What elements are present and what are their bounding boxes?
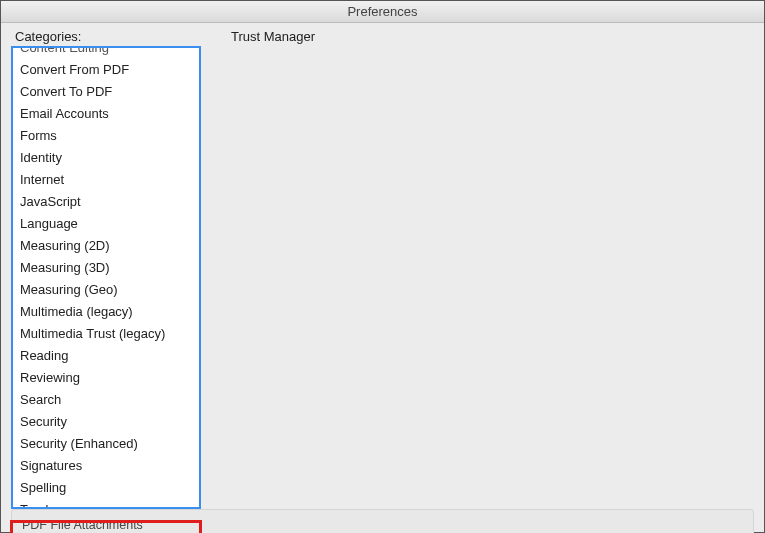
category-item[interactable]: Measuring (Geo) [12, 279, 200, 301]
category-item[interactable]: Security (Enhanced) [12, 433, 200, 455]
categories-label: Categories: [11, 29, 201, 44]
trust-manager-panel: PDF File Attachments Allow opening of no… [11, 509, 754, 533]
category-item[interactable]: Spelling [12, 477, 200, 499]
category-item[interactable]: Search [12, 389, 200, 411]
preferences-window: Preferences Categories: Trust Manager Co… [0, 0, 765, 533]
pdf-attachments-group: PDF File Attachments Allow opening of no… [11, 509, 754, 533]
category-item[interactable]: Tracker [12, 499, 200, 509]
category-item[interactable]: Forms [12, 125, 200, 147]
category-item[interactable]: Multimedia Trust (legacy) [12, 323, 200, 345]
category-item[interactable]: Convert From PDF [12, 59, 200, 81]
category-item[interactable]: Measuring (2D) [12, 235, 200, 257]
category-item[interactable]: Convert To PDF [12, 81, 200, 103]
category-item[interactable]: Language [12, 213, 200, 235]
category-item[interactable]: Reviewing [12, 367, 200, 389]
category-item[interactable]: Security [12, 411, 200, 433]
category-item[interactable]: Signatures [12, 455, 200, 477]
category-item[interactable]: Content Editing [12, 46, 200, 59]
category-item[interactable]: Measuring (3D) [12, 257, 200, 279]
category-item[interactable]: Email Accounts [12, 103, 200, 125]
category-item[interactable]: Identity [12, 147, 200, 169]
category-item[interactable]: Multimedia (legacy) [12, 301, 200, 323]
category-item[interactable]: JavaScript [12, 191, 200, 213]
category-item[interactable]: Reading [12, 345, 200, 367]
group-title: PDF File Attachments [22, 518, 743, 532]
category-item[interactable]: Internet [12, 169, 200, 191]
window-title: Preferences [1, 1, 764, 23]
panel-title: Trust Manager [231, 29, 315, 44]
categories-sidebar: Content EditingConvert From PDFConvert T… [11, 46, 201, 509]
